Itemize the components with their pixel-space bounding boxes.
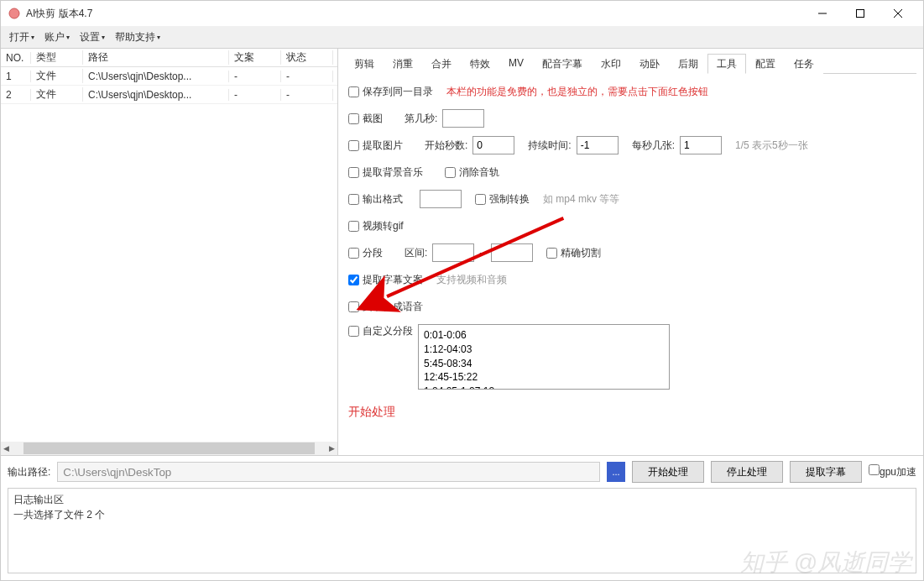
- range-to-input[interactable]: [491, 243, 533, 262]
- range-from-input[interactable]: [432, 243, 474, 262]
- close-button[interactable]: [879, 1, 916, 26]
- table-row[interactable]: 1文件C:\Users\qjn\Desktop...--: [1, 67, 337, 86]
- svg-rect-2: [856, 10, 864, 18]
- per-sec-label: 每秒几张:: [632, 139, 675, 153]
- extract-sub-button[interactable]: 提取字幕: [790, 461, 862, 483]
- h-scrollbar[interactable]: ◀ ▶: [1, 442, 337, 455]
- tab-动卧[interactable]: 动卧: [630, 54, 669, 74]
- tab-任务[interactable]: 任务: [785, 54, 823, 74]
- tab-后期[interactable]: 后期: [669, 54, 707, 74]
- log-title: 日志输出区: [13, 492, 911, 507]
- chevron-down-icon: ▾: [157, 34, 160, 41]
- fmt-hint: 如 mp4 mkv 等等: [543, 192, 619, 207]
- force-conv-checkbox[interactable]: 强制转换: [475, 192, 530, 207]
- menu-help[interactable]: 帮助支持▾: [110, 27, 165, 48]
- extract-img-checkbox[interactable]: 提取图片: [348, 139, 403, 153]
- precise-cut-checkbox[interactable]: 精确切割: [546, 246, 601, 260]
- tab-合并[interactable]: 合并: [422, 54, 461, 74]
- maximize-button[interactable]: [841, 1, 879, 26]
- nth-second-label: 第几秒:: [405, 112, 437, 126]
- save-hint: 本栏的功能是免费的，也是独立的，需要点击下面红色按钮: [446, 85, 708, 99]
- tab-工具[interactable]: 工具: [707, 54, 746, 74]
- file-table-header: NO. 类型 路径 文案 状态: [1, 49, 337, 67]
- tab-消重[interactable]: 消重: [384, 54, 422, 74]
- scroll-left-icon[interactable]: ◀: [1, 444, 12, 453]
- remove-audio-checkbox[interactable]: 消除音轨: [445, 165, 499, 180]
- tab-配音字幕[interactable]: 配音字幕: [533, 54, 592, 74]
- tab-剪辑[interactable]: 剪辑: [345, 54, 384, 74]
- tab-特效[interactable]: 特效: [461, 54, 499, 74]
- col-wen[interactable]: 文案: [229, 50, 281, 65]
- col-no[interactable]: NO.: [1, 52, 31, 64]
- out-fmt-checkbox[interactable]: 输出格式: [348, 192, 403, 207]
- menu-open[interactable]: 打开▾: [4, 27, 39, 48]
- stop-button[interactable]: 停止处理: [711, 461, 783, 483]
- minimize-button[interactable]: [803, 1, 841, 26]
- range-label: 区间:: [405, 246, 427, 260]
- col-path[interactable]: 路径: [83, 50, 229, 65]
- col-type[interactable]: 类型: [31, 50, 83, 65]
- duration-input[interactable]: [577, 136, 619, 154]
- chevron-down-icon: ▾: [31, 34, 34, 41]
- duration-label: 持续时间:: [528, 139, 571, 153]
- annotation-arrow: [345, 74, 916, 455]
- log-line: 一共选择了文件 2 个: [13, 507, 911, 522]
- tab-水印[interactable]: 水印: [592, 54, 630, 74]
- sub-hint: 支持视频和音频: [436, 273, 507, 287]
- custom-seg-checkbox[interactable]: 自定义分段: [348, 324, 413, 338]
- tab-配置[interactable]: 配置: [746, 54, 785, 74]
- table-row[interactable]: 2文件C:\Users\qjn\Desktop...--: [1, 86, 337, 104]
- scroll-thumb[interactable]: [23, 442, 315, 454]
- video-gif-checkbox[interactable]: 视频转gif: [348, 219, 404, 233]
- start-button[interactable]: 开始处理: [632, 461, 704, 483]
- out-path-label: 输出路径:: [8, 465, 50, 479]
- window-title: AI快剪 版本4.7: [26, 7, 803, 21]
- tab-MV[interactable]: MV: [499, 54, 533, 74]
- menu-account[interactable]: 账户▾: [39, 27, 75, 48]
- browse-button[interactable]: ...: [607, 462, 625, 482]
- app-icon: [8, 7, 21, 20]
- extract-sub-checkbox[interactable]: 提取字幕文案: [348, 273, 423, 287]
- segment-checkbox[interactable]: 分段: [348, 246, 383, 260]
- per-sec-hint: 1/5 表示5秒一张: [735, 139, 808, 153]
- scroll-right-icon[interactable]: ▶: [326, 444, 337, 453]
- gpu-checkbox[interactable]: gpu加速: [869, 464, 916, 479]
- col-stat[interactable]: 状态: [281, 50, 333, 65]
- screenshot-checkbox[interactable]: 截图: [348, 112, 383, 126]
- menu-settings[interactable]: 设置▾: [75, 27, 110, 48]
- custom-seg-textarea[interactable]: [418, 324, 670, 390]
- log-output[interactable]: 日志输出区 一共选择了文件 2 个: [8, 488, 916, 573]
- start-sec-input[interactable]: [472, 136, 514, 154]
- out-path-input[interactable]: [57, 462, 600, 482]
- out-fmt-input[interactable]: [420, 190, 462, 208]
- start-sec-label: 开始秒数:: [425, 139, 467, 153]
- save-same-dir-checkbox[interactable]: 保存到同一目录: [348, 85, 433, 99]
- range-sep: --: [479, 247, 486, 259]
- extract-bgm-checkbox[interactable]: 提取背景音乐: [348, 165, 423, 180]
- chevron-down-icon: ▾: [66, 34, 70, 41]
- nth-second-input[interactable]: [442, 109, 484, 128]
- chevron-down-icon: ▾: [102, 34, 105, 41]
- start-process-link[interactable]: 开始处理: [348, 405, 395, 420]
- per-sec-input[interactable]: [680, 136, 722, 154]
- svg-point-0: [9, 8, 19, 18]
- tts-checkbox[interactable]: 文字合成语音: [348, 300, 423, 314]
